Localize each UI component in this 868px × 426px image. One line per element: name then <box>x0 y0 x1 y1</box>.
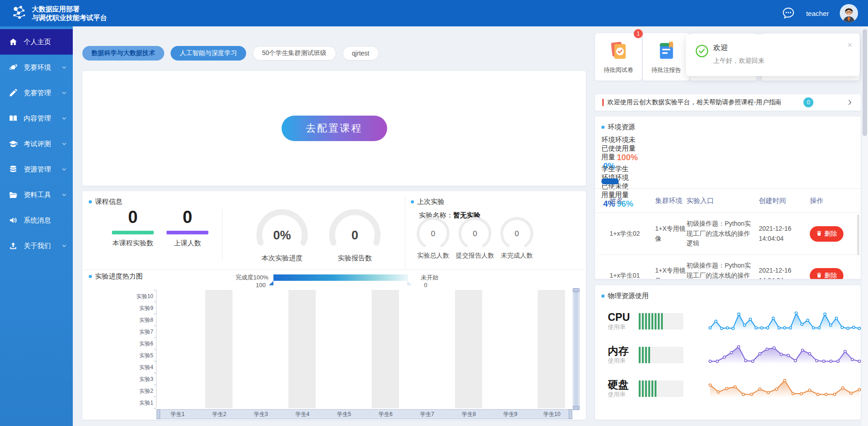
divider <box>405 197 405 268</box>
colorbar-handle-max[interactable] <box>269 281 273 285</box>
heatmap-colorbar[interactable] <box>273 274 408 281</box>
folder-icon <box>8 190 18 200</box>
app-logo-icon <box>10 4 27 23</box>
stat-value: 0 <box>106 208 160 227</box>
scrollbar-handle-right[interactable] <box>569 409 572 419</box>
last-exp-gauge-2: 0 未完成人数 <box>498 215 536 260</box>
resource-subtitle: 使用率 <box>608 323 634 331</box>
sidebar-item-4[interactable]: 考试评测 <box>0 131 73 157</box>
heatmap-y-label: 实验7 <box>128 328 153 336</box>
cell-created: 2021-12-16 14:04:04 <box>759 266 810 279</box>
cell-name: 1+x学生01 <box>610 271 655 279</box>
sidebar-item-2[interactable]: 竞赛管理 <box>0 80 73 106</box>
heatmap-x-label: 学生1 <box>157 410 198 419</box>
scrollbar-handle-top[interactable] <box>573 288 580 292</box>
configure-course-button[interactable]: 去配置课程 <box>282 116 387 141</box>
heatmap-x-scrollbar[interactable]: 学生1学生2学生3学生4学生5学生6学生7学生8学生9学生10 <box>156 409 572 419</box>
cell-entry[interactable]: 初级操作题：Python实现工厂的流水线的操作逻辑 <box>686 261 759 279</box>
stat-value: 0 <box>160 208 215 227</box>
scrollbar-handle-bottom[interactable] <box>573 406 580 410</box>
usage-gauge <box>639 380 683 397</box>
scrollbar-handle-left[interactable] <box>156 409 160 419</box>
table-header-cell[interactable]: 创建时间 <box>759 196 810 205</box>
svg-text:0: 0 <box>351 228 358 242</box>
resource-name: 硬盘 使用率 <box>608 379 634 399</box>
heatmap-y-scrollbar[interactable] <box>573 290 580 408</box>
axis-tick <box>154 302 156 302</box>
heatmap-x-label: 学生9 <box>490 410 531 419</box>
heatmap-column-stripe <box>538 290 565 408</box>
page-scrollbar-thumb[interactable] <box>863 29 867 136</box>
sidebar-item-1[interactable]: 竞赛环境 <box>0 55 73 80</box>
tab-class-2[interactable]: 50个学生集群测试班级 <box>252 46 336 61</box>
heatmap-x-label: 学生10 <box>531 410 573 419</box>
cell-name: 1+x学生02 <box>610 229 655 239</box>
env-progress-used <box>601 178 619 184</box>
sidebar-item-0[interactable]: 个人主页 <box>0 29 73 55</box>
svg-text:0: 0 <box>473 229 477 238</box>
heatmap-plot <box>156 290 572 408</box>
notice-bar[interactable]: 欢迎使用云创大数据实验平台，相关帮助请参照课程-用户指南 0 <box>595 94 861 111</box>
heatmap-y-label: 实验10 <box>128 293 153 300</box>
heatmap-x-label: 学生7 <box>406 410 448 419</box>
course-dashboard-card: 课程信息 上次实验 实验名称：暂无实验 实验进度热力图 完成度100% 100 … <box>82 191 586 420</box>
heatmap-y-label: 实验2 <box>128 387 153 395</box>
heatmap-column-stripe <box>205 290 232 408</box>
table-header-cell[interactable]: 操作 <box>810 196 861 205</box>
sidebar-item-label: 资料工具 <box>24 191 51 199</box>
gauge-label: 提交报告人数 <box>456 252 494 260</box>
messages-icon[interactable] <box>782 6 795 20</box>
table-scrollbar[interactable] <box>857 214 859 255</box>
delete-button[interactable]: 删除 <box>810 226 843 242</box>
bullet-icon <box>601 126 605 129</box>
gauge-label: 本次实验进度 <box>262 254 303 263</box>
scrollbar-thumb[interactable] <box>574 291 578 407</box>
svg-text:0: 0 <box>431 229 435 238</box>
delete-button[interactable]: 删除 <box>810 268 843 279</box>
tab-class-3[interactable]: qjrtest <box>343 46 379 61</box>
table-header-cell[interactable]: 实验入口 <box>686 196 759 205</box>
stat-bar <box>112 231 154 234</box>
app-header: 大数据应用部署 与调优职业技能考试平台 teacher <box>0 0 868 26</box>
sidebar-item-8[interactable]: 关于我们 <box>0 233 73 259</box>
trash-icon <box>816 230 822 238</box>
axis-tick <box>154 314 156 314</box>
cell-entry[interactable]: 初级操作题：Python实现工厂的流水线的操作逻辑 <box>686 219 759 248</box>
toast-title: 欢迎 <box>713 43 728 53</box>
quick-card-1[interactable]: 待批注报告 <box>643 33 690 81</box>
tab-class-1[interactable]: 人工智能与深度学习 <box>171 46 246 61</box>
page-scrollbar[interactable] <box>862 26 868 426</box>
sidebar-item-5[interactable]: 资源管理 <box>0 157 73 182</box>
gauge-label: 实验报告数 <box>338 254 372 263</box>
close-icon[interactable]: ✕ <box>847 41 853 49</box>
quick-card-0[interactable]: 待批阅试卷 1 <box>595 33 642 81</box>
app-title: 大数据应用部署 与调优职业技能考试平台 <box>32 5 107 22</box>
table-header-cell[interactable]: 集群环境 <box>655 196 686 205</box>
course-setup-card: 去配置课程 <box>82 71 586 186</box>
heatmap-x-label: 学生2 <box>198 410 240 419</box>
sidebar-item-6[interactable]: 资料工具 <box>0 182 73 208</box>
heatmap-x-label: 学生6 <box>365 410 406 419</box>
heatmap-y-label: 实验8 <box>128 316 153 324</box>
edit-icon <box>8 88 18 98</box>
sidebar-item-label: 关于我们 <box>24 242 51 250</box>
heatmap-legend-min-label: 未开始 <box>421 274 439 282</box>
usage-gauge-fill <box>639 380 657 397</box>
heatmap-y-label: 实验6 <box>128 340 153 348</box>
avatar[interactable] <box>840 4 858 22</box>
gauge-label: 实验总人数 <box>417 252 449 260</box>
heatmap-x-label: 学生5 <box>323 410 365 419</box>
stat-1: 0 上课人数 <box>160 208 215 248</box>
heatmap-column-stripe <box>455 290 482 408</box>
resource-name: 内存 使用率 <box>608 345 634 365</box>
colorbar-handle-min[interactable] <box>407 281 412 285</box>
axis-tick <box>154 361 156 361</box>
chevron-right-icon[interactable] <box>846 99 853 106</box>
sidebar-item-7[interactable]: 系统消息 <box>0 208 73 233</box>
table-header-cell[interactable]: 姓名 <box>610 196 655 205</box>
gauge-0: 0% 本次实验进度 <box>248 208 316 263</box>
bullet-icon <box>89 275 92 278</box>
sidebar-item-3[interactable]: 内容管理 <box>0 106 73 131</box>
axis-tick <box>154 373 156 373</box>
tab-class-0[interactable]: 数据科学与大数据技术 <box>82 46 164 61</box>
